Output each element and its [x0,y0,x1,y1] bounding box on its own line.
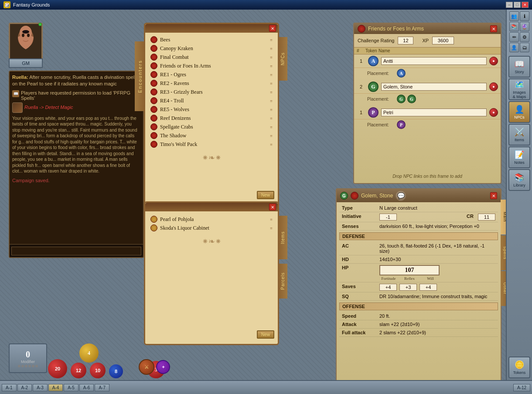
placement-row-golem: Placement: G G [354,94,501,106]
del-golem[interactable]: ● [489,82,498,91]
golem-close-button[interactable]: ✕ [490,192,497,199]
will-input[interactable] [419,284,437,291]
creature-row-petri: 1 P ● [354,106,501,119]
taskbar-a4[interactable]: A-4 [48,384,63,391]
toolbar-btn-1[interactable]: 👥 [509,11,519,21]
toolbar-btn-7[interactable]: 👤 [509,43,519,52]
enc-item-re3-grizzly[interactable]: RE3 - Grizzly Bears ≡ [149,88,274,96]
die-d8[interactable]: 8 [109,364,123,378]
enc-item-re4-troll[interactable]: RE4 - Troll ≡ [149,96,274,105]
items-close-button[interactable]: ✕ [269,204,276,211]
items-tab[interactable]: Items [278,216,287,259]
type-value: N Large construct [379,205,495,211]
taskbar-a3[interactable]: A-3 [33,384,48,391]
taskbar-a2[interactable]: A-2 [17,384,32,391]
placement-row-antti: Placement: A [354,68,501,80]
enc-new-button[interactable]: New [257,191,274,199]
close-button[interactable]: ✕ [522,2,529,8]
npcs-tab[interactable]: NPCs [278,37,287,81]
minimize-button[interactable]: – [506,2,513,8]
del-petri[interactable]: ● [489,108,498,117]
toolbar-btn-2[interactable]: ℹ [520,11,529,21]
ac-row: AC 26, touch 8, flat-footed 26 (-1 Dex, … [339,242,498,255]
enc-item-canopy-kraken[interactable]: Canopy Kraken ≡ [149,44,274,53]
die-d20[interactable]: 20 [48,359,67,378]
hp-value[interactable]: 107 [379,265,440,275]
encounters-tab[interactable]: Encounters [135,41,145,111]
die-d8-large[interactable]: 4 [79,343,99,363]
reflex-input[interactable] [399,284,417,291]
foes-title: Friends or Foes In Arms [368,26,424,32]
toolbar-btn-3[interactable]: 📚 [509,22,519,31]
dot-2 [21,365,24,367]
story-button[interactable]: 📖 Story [508,56,530,78]
chat-entry-2: Ruella -> Detect Magic [12,102,140,113]
foes-close-button[interactable]: ✕ [490,25,497,32]
items-nav-button[interactable]: ⚔️ Items [508,124,530,146]
parcels-tab[interactable]: Parcels [278,264,287,299]
full-attack-value: 2 slams +22 (2d10+9) [379,330,495,335]
enc-item-re5-wolves[interactable]: RE5 - Wolves ≡ [149,105,274,114]
enc-item-bees[interactable]: Bees ≡ [149,35,274,44]
encounters-list: Bees ≡ Canopy Kraken ≡ Final Combat ≡ Fr… [145,33,278,151]
die-d12[interactable]: 12 [71,363,86,378]
enc-item-re2-ravens[interactable]: RE2 - Ravens ≡ [149,79,274,88]
svg-point-4 [22,34,24,37]
chat-input[interactable] [11,247,141,255]
taskbar-a6[interactable]: A-6 [79,384,94,391]
library-button[interactable]: 📚 Library [508,169,530,191]
foes-panel-header: Friends or Foes In Arms ✕ [354,24,501,34]
chat-speaker-1: Ruella: [12,75,28,80]
enc-item-friends-foes[interactable]: Friends or Foes In Arms ≡ [149,61,274,70]
name-input-golem[interactable] [381,83,487,91]
enc-close-button[interactable]: ✕ [269,25,276,32]
action-token-2[interactable]: ✦ [156,360,170,374]
name-input-petri[interactable] [381,109,487,116]
taskbar-a1[interactable]: A-1 [2,384,17,391]
fortitude-input[interactable] [379,284,397,291]
images-maps-button[interactable]: 🗺️ Images & Maps [508,78,530,100]
die-d10[interactable]: 10 [90,363,106,378]
toolbar-btn-5[interactable]: ✏ [509,32,519,42]
encounters-panel: ✕ Encounters NPCs Bees ≡ Canopy Kraken ≡… [144,23,279,206]
taskbar-a7[interactable]: A-7 [95,384,109,391]
del-antti[interactable]: ● [489,57,498,65]
dot-3 [25,365,27,367]
toolbar-btn-6[interactable]: ⚙ [520,32,529,42]
npcs-nav-button[interactable]: 👤 NPCs [508,101,530,123]
taskbar-a5[interactable]: A-5 [64,384,78,391]
enc-icon [150,106,157,113]
tokens-button[interactable]: 🪙 Tokens [508,357,530,378]
action-token-1[interactable]: ⚔ [139,359,154,375]
name-input-antti[interactable] [381,57,487,65]
taskbar-a12[interactable]: A-12 [513,384,530,391]
enc-item-the-shadow[interactable]: The Shadow ≡ [149,131,274,140]
enc-item-timos-wolf-pack[interactable]: Timo's Wolf Pack ≡ [149,140,274,149]
item-pearl[interactable]: Pearl of Pohjola ≡ [149,215,274,224]
maximize-button[interactable]: □ [514,2,521,8]
enc-item-reef-denizens[interactable]: Reef Denizens ≡ [149,114,274,122]
notes-button[interactable]: 📝 Notes [508,146,530,168]
friends-foes-panel: Friends or Foes In Arms ✕ Challenge Rati… [353,23,501,184]
notes-icon: 📝 [515,150,524,160]
xp-input[interactable] [432,37,454,44]
enc-footer: ⁕❧⁕ [145,151,278,164]
toolbar-btn-8[interactable]: 🗂 [520,43,529,52]
taskbar: A-1 A-2 A-3 A-4 A-5 A-6 A-7 A-12 [0,380,532,394]
story-label: Story [515,70,524,74]
enc-item-re1-ogres[interactable]: RE1 - Ogres ≡ [149,70,274,79]
cr-stat-input[interactable] [478,214,495,221]
enc-item-spellgate-crabs[interactable]: Spellgate Crabs ≡ [149,122,274,131]
gm-button[interactable]: GM [9,58,43,68]
cr-input[interactable] [398,37,413,44]
chat-log-content: Ruella: After some scrutiny, Ruella cast… [10,71,143,244]
enc-item-final-combat[interactable]: Final Combat ≡ [149,53,274,61]
initiative-input[interactable] [379,214,397,221]
item-skoda[interactable]: Skoda's Liquor Cabinet ≡ [149,224,274,232]
initiative-row: Initiative CR [339,212,498,222]
toolbar-btn-4[interactable]: 🔮 [520,22,529,31]
items-new-button[interactable]: New [257,330,274,339]
golem-title: Golem, Stone [361,193,393,199]
chat-icon[interactable]: 💬 [396,190,406,201]
full-attack-row: Full attack 2 slams +22 (2d10+9) [339,329,498,337]
